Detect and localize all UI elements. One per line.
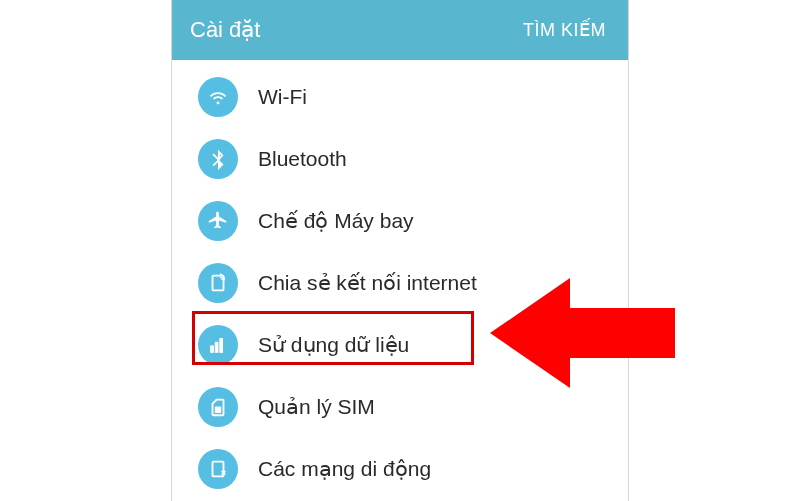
item-label: Wi-Fi — [258, 85, 307, 109]
app-header: Cài đặt TÌM KIẾM — [172, 0, 628, 60]
settings-item-bluetooth[interactable]: Bluetooth — [172, 128, 628, 190]
item-label: Quản lý SIM — [258, 395, 375, 419]
svg-rect-2 — [220, 339, 223, 353]
settings-item-mobile-networks[interactable]: Các mạng di động — [172, 438, 628, 500]
sim-icon — [198, 387, 238, 427]
search-button[interactable]: TÌM KIẾM — [523, 19, 606, 41]
wifi-icon — [198, 77, 238, 117]
svg-rect-0 — [211, 346, 214, 352]
item-label: Các mạng di động — [258, 457, 431, 481]
svg-rect-3 — [215, 407, 221, 413]
settings-list: Wi-Fi Bluetooth Chế độ Máy bay Chia sẻ k… — [172, 60, 628, 500]
settings-item-tethering[interactable]: Chia sẻ kết nối internet — [172, 252, 628, 314]
bluetooth-icon — [198, 139, 238, 179]
item-label: Chế độ Máy bay — [258, 209, 414, 233]
settings-screen: Cài đặt TÌM KIẾM Wi-Fi Bluetooth Chế độ … — [172, 0, 628, 501]
settings-item-data-usage[interactable]: Sử dụng dữ liệu — [172, 314, 628, 376]
tether-icon — [198, 263, 238, 303]
settings-item-wifi[interactable]: Wi-Fi — [172, 66, 628, 128]
data-usage-icon — [198, 325, 238, 365]
settings-item-sim[interactable]: Quản lý SIM — [172, 376, 628, 438]
page-title: Cài đặt — [190, 17, 260, 43]
item-label: Chia sẻ kết nối internet — [258, 271, 477, 295]
mobile-network-icon — [198, 449, 238, 489]
item-label: Bluetooth — [258, 147, 347, 171]
item-label: Sử dụng dữ liệu — [258, 333, 409, 357]
svg-rect-1 — [215, 342, 218, 352]
settings-item-airplane[interactable]: Chế độ Máy bay — [172, 190, 628, 252]
airplane-icon — [198, 201, 238, 241]
